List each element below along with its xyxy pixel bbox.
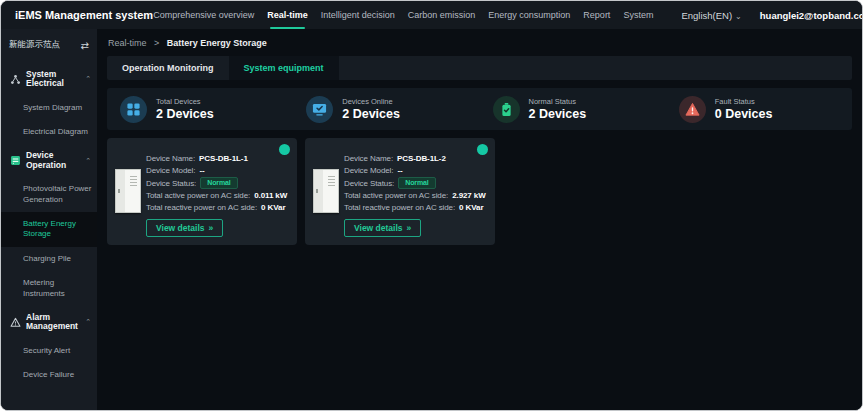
- device-card-pcs-db-1l-2: Device Name:PCS-DB-1L-2 Device Model:-- …: [305, 138, 495, 245]
- active-power-value: 2.927 kW: [452, 191, 485, 200]
- stat-value: 2 Devices: [529, 107, 587, 121]
- device-model-value: --: [199, 166, 204, 175]
- reactive-power-value: 0 KVar: [261, 203, 285, 212]
- sidebar-item-photovoltaic-power-generation[interactable]: Photovoltaic Power Generation: [1, 177, 97, 212]
- double-arrow-icon: »: [407, 223, 412, 233]
- double-arrow-icon: »: [209, 223, 214, 233]
- device-name-label: Device Name:: [146, 154, 195, 163]
- device-info: Device Name:PCS-DB-1L-1 Device Model:-- …: [146, 152, 287, 237]
- nav-intelligent-decision[interactable]: Intelligent decision: [321, 1, 395, 29]
- device-name-value: PCS-DB-1L-2: [397, 154, 446, 163]
- language-label: English(EN): [681, 10, 732, 21]
- stat-total-devices: Total Devices 2 Devices: [107, 96, 293, 123]
- tab-system-equipment[interactable]: System equipment: [229, 56, 339, 80]
- sidebar-item-electrical-diagram[interactable]: Electrical Diagram: [1, 120, 97, 144]
- app-title: iEMS Management system: [15, 9, 153, 21]
- device-image: [115, 169, 141, 213]
- stat-normal-status: Normal Status 2 Devices: [480, 96, 666, 123]
- status-badge: Normal: [200, 177, 238, 189]
- section-label: System Electrical: [26, 70, 80, 89]
- sidebar-section-alarm-management[interactable]: Alarm Management ⌃: [1, 306, 97, 339]
- user-menu[interactable]: huanglei2@topband.com.cn▾: [760, 10, 863, 21]
- stat-devices-online: Devices Online 2 Devices: [293, 96, 479, 123]
- chevron-down-icon: ⌄: [735, 12, 742, 21]
- breadcrumb-current: Battery Energy Storage: [167, 38, 267, 48]
- device-image: [313, 169, 339, 213]
- device-info: Device Name:PCS-DB-1L-2 Device Model:-- …: [344, 152, 486, 237]
- topbar-right: English(EN)⌄ huanglei2@topband.com.cn▾: [681, 10, 863, 21]
- tab-operation-monitoring[interactable]: Operation Monitoring: [107, 56, 229, 80]
- nav-system[interactable]: System: [623, 1, 653, 29]
- monitor-check-icon: [306, 96, 333, 123]
- online-status-dot: [477, 144, 488, 155]
- status-badge: Normal: [398, 177, 436, 189]
- battery-check-icon: [493, 96, 520, 123]
- sidebar-item-system-diagram[interactable]: System Diagram: [1, 96, 97, 120]
- device-name-label: Device Name:: [344, 154, 393, 163]
- chevron-up-icon: ⌃: [85, 318, 91, 326]
- sidebar-item-battery-energy-storage[interactable]: Battery Energy Storage: [1, 212, 97, 247]
- reactive-power-label: Total reactive power on AC side:: [146, 203, 257, 212]
- nav-energy-consumption[interactable]: Energy consumption: [488, 1, 570, 29]
- breadcrumb: Real-time > Battery Energy Storage: [108, 38, 852, 48]
- alarm-icon: [10, 317, 21, 328]
- sidebar-section-system-electrical[interactable]: System Electrical ⌃: [1, 63, 97, 96]
- view-details-label: View details: [354, 223, 403, 233]
- device-model-label: Device Model:: [146, 166, 195, 175]
- stat-value: 2 Devices: [342, 107, 400, 121]
- sidebar-item-metering-instruments[interactable]: Metering Instruments: [1, 271, 97, 306]
- device-card-pcs-db-1l-1: Device Name:PCS-DB-1L-1 Device Model:-- …: [107, 138, 297, 245]
- section-label: Alarm Management: [26, 313, 80, 332]
- user-email: huanglei2@topband.com.cn: [760, 10, 863, 21]
- device-model-label: Device Model:: [344, 166, 393, 175]
- sidebar-item-charging-pile[interactable]: Charging Pile: [1, 247, 97, 271]
- stats-bar: Total Devices 2 Devices Devices Online 2…: [107, 88, 852, 130]
- device-status-label: Device Status:: [344, 179, 394, 188]
- language-selector[interactable]: English(EN)⌄: [681, 10, 741, 21]
- device-name-value: PCS-DB-1L-1: [199, 154, 248, 163]
- chevron-up-icon: ⌃: [85, 75, 91, 83]
- stat-value: 0 Devices: [715, 107, 773, 121]
- sidebar-item-security-alert[interactable]: Security Alert: [1, 339, 97, 363]
- breadcrumb-real-time[interactable]: Real-time: [108, 38, 147, 48]
- online-status-dot: [279, 144, 290, 155]
- reactive-power-label: Total reactive power on AC side:: [344, 203, 455, 212]
- main-content: Real-time > Battery Energy Storage Opera…: [97, 29, 862, 410]
- main-nav: Comprehensive overview Real-time Intelli…: [153, 1, 653, 29]
- project-name: 新能源示范点: [9, 39, 60, 51]
- device-status-label: Device Status:: [146, 179, 196, 188]
- nav-carbon-emission[interactable]: Carbon emission: [408, 1, 476, 29]
- network-icon: [10, 74, 21, 85]
- stat-fault-status: Fault Status 0 Devices: [666, 96, 852, 123]
- tab-bar: Operation Monitoring System equipment: [107, 56, 852, 80]
- app-window: iEMS Management system Comprehensive ove…: [0, 0, 863, 411]
- swap-icon[interactable]: ⇄: [81, 40, 89, 51]
- device-model-value: --: [397, 166, 402, 175]
- sidebar-item-device-failure[interactable]: Device Failure: [1, 363, 97, 387]
- stat-value: 2 Devices: [156, 107, 214, 121]
- stat-label: Fault Status: [715, 97, 773, 106]
- sidebar-header: 新能源示范点 ⇄: [1, 35, 97, 63]
- device-card-list: Device Name:PCS-DB-1L-1 Device Model:-- …: [107, 138, 852, 245]
- stat-label: Normal Status: [529, 97, 587, 106]
- sidebar: 新能源示范点 ⇄ System Electrical ⌃ System Diag…: [1, 29, 97, 410]
- topbar: iEMS Management system Comprehensive ove…: [1, 1, 862, 29]
- active-power-label: Total active power on AC side:: [344, 191, 448, 200]
- view-details-button[interactable]: View details»: [344, 219, 421, 237]
- active-power-label: Total active power on AC side:: [146, 191, 250, 200]
- device-icon: [10, 155, 21, 166]
- stat-label: Devices Online: [342, 97, 400, 106]
- active-power-value: 0.011 kW: [254, 191, 287, 200]
- grid-icon: [120, 96, 147, 123]
- view-details-button[interactable]: View details»: [146, 219, 223, 237]
- breadcrumb-separator: >: [154, 38, 159, 48]
- section-label: Device Operation: [26, 151, 80, 170]
- nav-report[interactable]: Report: [583, 1, 610, 29]
- stat-label: Total Devices: [156, 97, 214, 106]
- nav-real-time[interactable]: Real-time: [267, 1, 308, 29]
- sidebar-section-device-operation[interactable]: Device Operation ⌃: [1, 144, 97, 177]
- view-details-label: View details: [156, 223, 205, 233]
- nav-comprehensive-overview[interactable]: Comprehensive overview: [153, 1, 254, 29]
- chevron-up-icon: ⌃: [85, 157, 91, 165]
- reactive-power-value: 0 KVar: [459, 203, 483, 212]
